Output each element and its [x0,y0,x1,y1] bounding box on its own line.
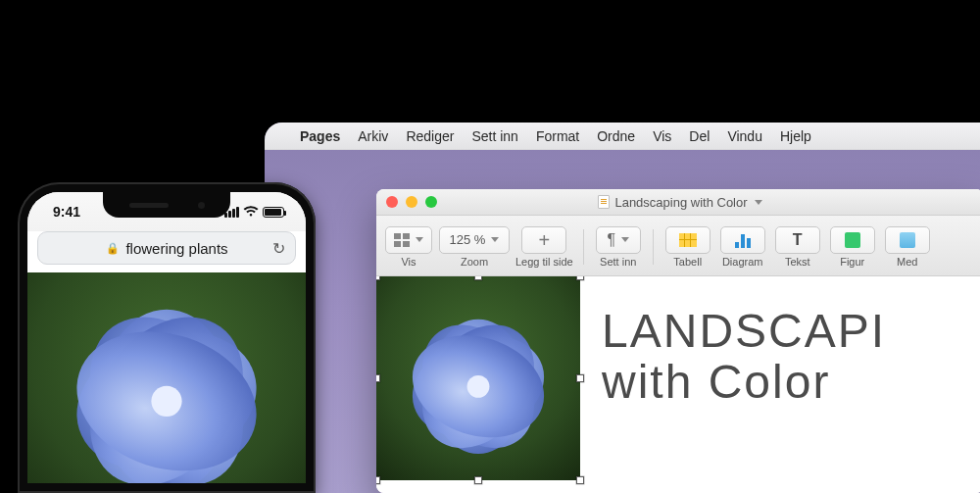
menubar: Pages Arkiv Rediger Sett inn Format Ordn… [265,123,980,150]
chevron-down-icon [755,200,762,205]
resize-handle[interactable] [376,476,380,484]
iphone-device: 9:41 🔒 flowering plants ↻ [18,182,316,493]
chart-icon [735,232,751,248]
toolbar-text-label: Tekst [785,256,810,268]
menubar-item-arkiv[interactable]: Arkiv [358,128,388,144]
chevron-down-icon [621,237,629,242]
reload-icon[interactable]: ↻ [272,239,285,258]
toolbar: Vis 125 % Zoom + Legg til side ¶ Sett in… [376,216,980,276]
resize-handle[interactable] [376,374,380,382]
heading-line2: with Color [602,356,830,408]
toolbar-view-button[interactable]: Vis [384,226,433,268]
iphone-notch [103,192,230,218]
resize-handle[interactable] [474,476,482,484]
toolbar-chart-button[interactable]: Diagram [718,226,767,268]
menubar-item-vindu[interactable]: Vindu [727,128,762,144]
toolbar-view-label: Vis [401,256,416,268]
toolbar-insert-button[interactable]: ¶ Sett inn [594,226,643,268]
resize-handle[interactable] [576,374,584,382]
status-time: 9:41 [53,204,80,220]
svg-point-6 [467,375,490,398]
table-icon [679,233,697,247]
toolbar-addpage-label: Legg til side [515,256,573,268]
toolbar-shape-label: Figur [840,256,864,268]
toolbar-insert-label: Sett inn [600,256,636,268]
menubar-item-del[interactable]: Del [689,128,710,144]
wifi-icon [243,206,259,218]
toolbar-table-label: Tabell [673,256,702,268]
traffic-lights [386,196,437,208]
toolbar-media-label: Med [897,256,917,268]
menubar-item-format[interactable]: Format [536,128,579,144]
minimize-window-button[interactable] [406,196,417,208]
safari-address-bar[interactable]: 🔒 flowering plants ↻ [37,231,296,265]
menubar-item-rediger[interactable]: Rediger [406,128,454,144]
resize-handle[interactable] [376,276,380,280]
media-icon [900,232,915,248]
menubar-item-vis[interactable]: Vis [653,128,671,144]
chevron-down-icon [416,237,423,242]
lock-icon: 🔒 [106,242,120,255]
plus-icon: + [539,230,551,250]
toolbar-zoom-button[interactable]: 125 % Zoom [439,226,510,268]
toolbar-media-button[interactable]: Med [883,226,932,268]
document-title[interactable]: Landscaping with Color [376,195,980,210]
heading-line1: LANDSCAPI [602,305,886,357]
text-icon: T [793,231,803,249]
menubar-item-hjelp[interactable]: Hjelp [780,128,811,144]
window-titlebar[interactable]: Landscaping with Color [376,189,980,216]
document-heading[interactable]: LANDSCAPI with Color [602,306,886,408]
chevron-down-icon [491,237,499,242]
resize-handle[interactable] [576,276,584,280]
battery-icon [263,207,284,218]
toolbar-separator [583,229,584,265]
toolbar-zoom-label: Zoom [461,256,488,268]
webpage-flower-image [27,272,306,483]
document-title-text: Landscaping with Color [614,195,747,210]
zoom-value: 125 % [450,232,486,247]
toolbar-addpage-button[interactable]: + Legg til side [515,226,573,268]
flower-image [376,276,580,480]
speaker [129,203,169,208]
toolbar-shape-button[interactable]: Figur [828,226,877,268]
resize-handle[interactable] [576,476,584,484]
mac-desktop: Pages Arkiv Rediger Sett inn Format Ordn… [265,123,980,493]
shape-icon [845,232,860,248]
resize-handle[interactable] [474,276,482,280]
pages-window: Landscaping with Color Vis 125 % Zoom + … [376,189,980,493]
toolbar-separator [653,229,654,265]
address-text: flowering plants [125,240,227,257]
svg-point-13 [151,386,181,417]
pilcrow-icon: ¶ [607,231,615,249]
document-icon [598,195,610,209]
document-canvas[interactable]: LANDSCAPI with Color [376,276,980,493]
close-window-button[interactable] [386,196,398,208]
menubar-app-name[interactable]: Pages [300,128,340,144]
front-camera [198,202,205,209]
menubar-item-settinn[interactable]: Sett inn [471,128,517,144]
toolbar-chart-label: Diagram [722,256,763,268]
toolbar-table-button[interactable]: Tabell [663,226,712,268]
iphone-screen: 9:41 🔒 flowering plants ↻ [27,192,306,483]
view-icon [394,233,410,247]
menubar-item-ordne[interactable]: Ordne [597,128,635,144]
selected-image[interactable] [376,276,580,480]
maximize-window-button[interactable] [425,196,437,208]
toolbar-text-button[interactable]: T Tekst [773,226,822,268]
